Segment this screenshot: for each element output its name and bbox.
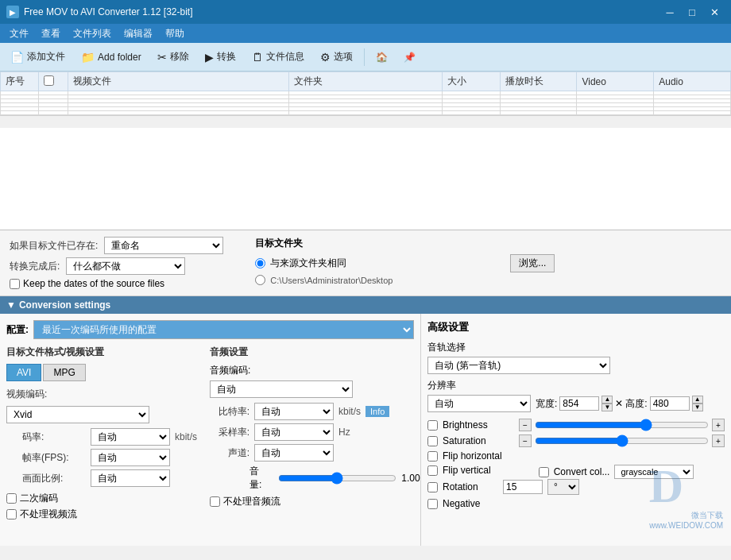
menu-filelist[interactable]: 文件列表 [67,25,118,42]
tab-mpg[interactable]: MPG [43,364,85,381]
horizontal-scrollbar[interactable] [0,115,731,128]
file-info-icon: 🗒 [252,51,263,64]
no-audio-label: 不处理音频流 [223,495,280,508]
menu-file[interactable]: 文件 [3,25,35,42]
add-folder-label: Add folder [98,52,141,63]
remove-button[interactable]: ✂ 移除 [150,47,196,67]
maximize-button[interactable]: □ [682,4,702,20]
info-button[interactable]: Info [366,406,389,417]
negative-checkbox[interactable] [427,499,438,509]
bitrate-a-select[interactable]: 自动 [254,403,334,420]
convert-color-label: Convert col... [554,466,610,477]
saturation-minus[interactable]: − [519,434,532,447]
effects-section: Brightness − + Saturation − + [427,419,725,509]
home-icon: 🏠 [376,52,388,63]
convert-color-row: Convert col... grayscale [539,465,694,479]
resolution-section: 分辨率 自动 宽度: ▲ ▼ ✕ 高度: ▲ [427,379,725,412]
after-convert-label: 转换完成后: [10,260,60,273]
saturation-label: Saturation [443,435,514,446]
format-tabs: AVI MPG [6,364,197,381]
menu-help[interactable]: 帮助 [159,25,191,42]
col-size: 大小 [443,72,501,91]
file-info-label: 文件信息 [266,50,304,64]
audio-codec-select[interactable]: 自动 [210,380,353,398]
track-label: 音轨选择 [427,341,725,354]
config-row: 配置: 最近一次编码所使用的配置 [6,320,414,339]
brightness-minus[interactable]: − [519,419,532,431]
add-folder-button[interactable]: 📁 Add folder [74,48,149,67]
col-check[interactable] [39,72,68,91]
minimize-button[interactable]: ─ [659,4,680,20]
after-convert-select[interactable]: 什么都不做 [66,257,185,275]
keep-dates-label: Keep the dates of the source files [23,278,164,289]
saturation-plus[interactable]: + [712,434,725,447]
sample-rate-select[interactable]: 自动 [254,423,334,441]
menu-view[interactable]: 查看 [35,25,67,42]
saturation-slider[interactable] [535,435,709,446]
convert-color-checkbox[interactable] [539,467,549,477]
brightness-plus[interactable]: + [712,419,725,431]
aspect-label: 画面比例: [22,472,86,485]
no-audio-checkbox[interactable] [210,496,220,507]
config-select[interactable]: 最近一次编码所使用的配置 [33,320,414,339]
add-file-button[interactable]: 📄 添加文件 [3,47,72,67]
file-info-button[interactable]: 🗒 文件信息 [245,47,311,67]
config-label: 配置: [6,323,29,337]
saturation-row: Saturation − + [427,434,725,447]
dest-path-label: C:\Users\Administrator\Desktop [270,276,393,285]
brightness-slider[interactable] [535,419,709,431]
bitrate-a-unit: kbit/s [338,406,361,417]
track-select[interactable]: 自动 (第一音轨) [427,357,610,374]
rotation-checkbox[interactable] [427,482,438,492]
dest-path-radio[interactable] [255,275,265,285]
saturation-checkbox[interactable] [427,436,438,446]
rotation-input[interactable] [503,480,543,494]
track-section: 音轨选择 自动 (第一音轨) [427,341,725,374]
options-area: 如果目标文件已存在: 重命名 转换完成后: 什么都不做 Keep the dat… [0,230,731,296]
res-width-input[interactable] [559,396,599,411]
fps-select[interactable]: 自动 [91,449,170,466]
app-title: Free MOV to AVI Converter 1.12 [32-bit] [24,6,193,17]
res-height-down[interactable]: ▼ [692,404,703,411]
conv-header-icon: ▼ [6,299,16,311]
grayscale-select[interactable]: grayscale [614,465,694,479]
bitrate-select[interactable]: 自动 [91,428,170,446]
close-button[interactable]: ✕ [704,4,725,20]
volume-slider[interactable] [278,472,397,485]
browse-button[interactable]: 浏览... [510,254,555,272]
col-number: 序号 [1,72,39,91]
res-width-down[interactable]: ▼ [601,404,613,411]
table-row [1,111,731,115]
brightness-row: Brightness − + [427,419,725,431]
res-height-input[interactable] [650,396,690,411]
convert-icon: ▶ [205,51,214,64]
pin-button[interactable]: 📌 [396,48,423,66]
flip-h-checkbox[interactable] [427,451,438,462]
menu-editor[interactable]: 编辑器 [118,25,159,42]
res-select[interactable]: 自动 [427,395,531,412]
keep-dates-checkbox[interactable] [10,279,20,289]
bitrate-unit: kbit/s [175,431,197,442]
flip-v-checkbox[interactable] [427,465,438,476]
audio-codec-label: 音频编码: [210,364,421,377]
rotation-unit-select[interactable]: ° [547,479,579,495]
home-button[interactable]: 🏠 [369,48,395,66]
video-codec-select[interactable]: Xvid [6,406,149,423]
negative-row: Negative [427,498,725,509]
no-video-checkbox[interactable] [6,509,17,519]
two-pass-checkbox[interactable] [6,493,17,504]
tab-avi[interactable]: AVI [6,364,41,381]
res-width-up[interactable]: ▲ [601,396,613,404]
dest-same-radio[interactable] [255,258,265,268]
aspect-select[interactable]: 自动 [91,469,170,487]
options-button[interactable]: ⚙ 选项 [313,47,360,67]
brightness-checkbox[interactable] [427,420,438,431]
channels-select[interactable]: 自动 [254,444,334,462]
conv-settings-header: ▼ Conversion settings [0,296,731,314]
flip-v-label: Flip vertical [443,465,491,476]
res-height-up[interactable]: ▲ [692,396,703,404]
select-all-checkbox[interactable] [44,75,54,86]
convert-button[interactable]: ▶ 转换 [198,47,243,67]
flip-h-row: Flip horizontal [427,450,725,462]
if-exists-select[interactable]: 重命名 [104,237,223,254]
